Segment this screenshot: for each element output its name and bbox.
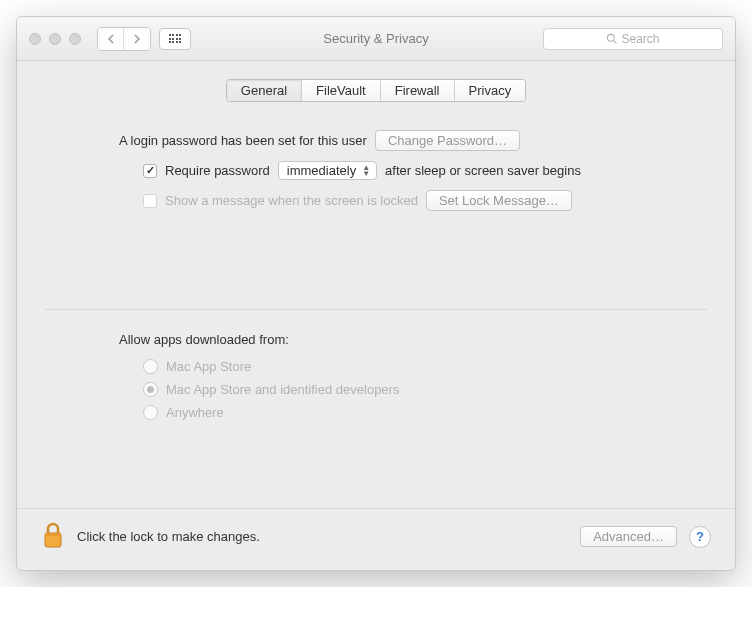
lock-text: Click the lock to make changes. [77, 529, 260, 544]
show-message-label: Show a message when the screen is locked [165, 193, 418, 208]
login-password-text: A login password has been set for this u… [119, 133, 367, 148]
section-divider [45, 309, 707, 310]
titlebar: Security & Privacy Search [17, 17, 735, 61]
show-message-checkbox [143, 194, 157, 208]
svg-rect-3 [45, 533, 61, 536]
svg-point-0 [608, 34, 615, 41]
allow-apps-heading: Allow apps downloaded from: [119, 332, 669, 347]
radio-anywhere-label: Anywhere [166, 405, 224, 420]
require-password-delay-popup[interactable]: immediately ▲▼ [278, 161, 377, 180]
chevron-left-icon [107, 34, 115, 44]
tab-bar: General FileVault Firewall Privacy [45, 79, 707, 102]
require-password-checkbox[interactable] [143, 164, 157, 178]
back-button[interactable] [98, 28, 124, 50]
search-placeholder: Search [621, 32, 659, 46]
close-icon[interactable] [29, 33, 41, 45]
window-controls [29, 33, 81, 45]
tab-firewall[interactable]: Firewall [381, 80, 455, 101]
radio-mac-app-store-identified [143, 382, 158, 397]
radio-anywhere [143, 405, 158, 420]
help-button[interactable]: ? [689, 526, 711, 548]
tab-privacy[interactable]: Privacy [455, 80, 526, 101]
change-password-button[interactable]: Change Password… [375, 130, 520, 151]
gatekeeper-section: Allow apps downloaded from: Mac App Stor… [45, 332, 707, 488]
lock-icon[interactable] [41, 521, 65, 552]
tab-filevault[interactable]: FileVault [302, 80, 381, 101]
content-area: General FileVault Firewall Privacy A log… [17, 61, 735, 508]
search-input[interactable]: Search [543, 28, 723, 50]
radio-mac-app-store-identified-label: Mac App Store and identified developers [166, 382, 399, 397]
require-password-suffix: after sleep or screen saver begins [385, 163, 581, 178]
radio-mac-app-store [143, 359, 158, 374]
zoom-icon[interactable] [69, 33, 81, 45]
radio-mac-app-store-label: Mac App Store [166, 359, 251, 374]
footer: Click the lock to make changes. Advanced… [17, 508, 735, 570]
svg-line-1 [614, 41, 617, 44]
forward-button[interactable] [124, 28, 150, 50]
require-password-label: Require password [165, 163, 270, 178]
nav-back-forward [97, 27, 151, 51]
password-section: A login password has been set for this u… [45, 130, 707, 249]
chevron-right-icon [133, 34, 141, 44]
advanced-button[interactable]: Advanced… [580, 526, 677, 547]
minimize-icon[interactable] [49, 33, 61, 45]
require-password-delay-value: immediately [287, 163, 356, 178]
search-icon [606, 33, 617, 44]
tab-general[interactable]: General [227, 80, 302, 101]
updown-icon: ▲▼ [362, 165, 370, 177]
grid-icon [169, 34, 182, 43]
preferences-window: Security & Privacy Search General FileVa… [16, 16, 736, 571]
set-lock-message-button: Set Lock Message… [426, 190, 572, 211]
show-all-button[interactable] [159, 28, 191, 50]
